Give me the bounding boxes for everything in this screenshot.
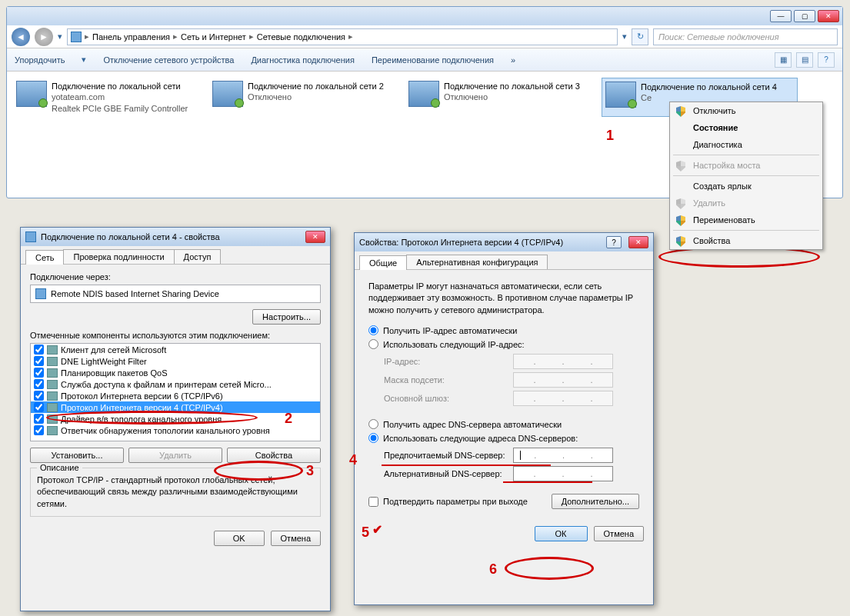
maximize-button[interactable]: ▢ xyxy=(794,10,815,22)
component-icon xyxy=(47,403,58,412)
tab-network[interactable]: Сеть xyxy=(25,250,64,265)
ip-label: IP-адрес: xyxy=(384,357,513,366)
tab-auth[interactable]: Проверка подлинности xyxy=(63,249,174,264)
breadcrumb-item[interactable]: Панель управления xyxy=(92,32,170,42)
properties-button[interactable]: Свойства xyxy=(227,448,321,463)
rename-button[interactable]: Переименование подключения xyxy=(372,55,494,65)
connection-icon xyxy=(212,81,243,107)
component-row-selected[interactable]: Протокол Интернета версии 4 (TCP/IPv4) xyxy=(31,401,320,413)
connection-item[interactable]: Подключение по локальной сети 2 Отключен… xyxy=(209,78,405,117)
connection-item[interactable]: Подключение по локальной сети 3 Отключен… xyxy=(405,78,602,117)
minimize-button[interactable]: — xyxy=(770,10,792,22)
connection-item[interactable]: Подключение по локальной сети yotateam.c… xyxy=(13,78,209,117)
addr-dropdown-icon[interactable]: ▾ xyxy=(622,32,627,42)
component-row[interactable]: Ответчик обнаружения топологии канальног… xyxy=(31,425,320,436)
cancel-button[interactable]: Отмена xyxy=(271,531,321,546)
preview-pane-icon[interactable]: ▤ xyxy=(796,52,813,68)
ctx-rename[interactable]: Переименовать xyxy=(670,211,822,228)
adapter-name: Remote NDIS based Internet Sharing Devic… xyxy=(51,289,219,298)
address-bar[interactable]: ▸ Панель управления ▸ Сеть и Интернет ▸ … xyxy=(67,28,618,45)
dns2-input[interactable]: ... xyxy=(513,466,613,481)
advanced-button[interactable]: Дополнительно... xyxy=(552,494,639,509)
radio-dns-auto-label: Получить адрес DNS-сервера автоматически xyxy=(383,420,562,429)
component-checkbox[interactable] xyxy=(34,356,44,366)
dialog-titlebar: Свойства: Протокол Интернета версии 4 (T… xyxy=(355,233,653,251)
connection-icon xyxy=(16,81,47,107)
radio-ip-manual[interactable] xyxy=(368,339,378,349)
components-list[interactable]: Клиент для сетей Microsoft DNE LightWeig… xyxy=(30,343,321,441)
dns1-input[interactable]: ... xyxy=(513,448,613,463)
disable-device-button[interactable]: Отключение сетевого устройства xyxy=(103,55,234,65)
ctx-delete: Удалить xyxy=(670,195,822,211)
component-checkbox[interactable] xyxy=(34,345,44,355)
overflow-chevron[interactable]: » xyxy=(511,55,515,65)
radio-dns-manual[interactable] xyxy=(368,433,378,443)
nav-back-button[interactable]: ◄ xyxy=(12,28,30,46)
description-group: Описание Протокол TCP/IP - стандартный п… xyxy=(30,468,321,517)
help-button[interactable]: ? xyxy=(606,236,622,248)
breadcrumb-item[interactable]: Сетевые подключения xyxy=(257,32,345,42)
component-checkbox[interactable] xyxy=(34,402,44,412)
radio-ip-auto[interactable] xyxy=(368,325,378,335)
component-checkbox[interactable] xyxy=(34,379,44,389)
radio-dns-auto[interactable] xyxy=(368,419,378,429)
close-button[interactable]: ✕ xyxy=(305,231,325,243)
confirm-checkbox[interactable] xyxy=(368,497,378,507)
annotation-underline-dns-radio xyxy=(382,464,551,466)
view-icon[interactable]: ▦ xyxy=(775,52,792,68)
nav-forward-button[interactable]: ► xyxy=(35,28,53,46)
ctx-disable[interactable]: Отключить xyxy=(670,102,822,119)
component-row[interactable]: Протокол Интернета версии 6 (TCP/IPv6) xyxy=(31,390,320,401)
confirm-label: Подтвердить параметры при выходе xyxy=(383,497,528,506)
conn-title: Подключение по локальной сети xyxy=(52,81,188,92)
close-button[interactable]: ✕ xyxy=(628,236,648,248)
ctx-status[interactable]: Состояние xyxy=(670,119,822,136)
tab-general[interactable]: Общие xyxy=(359,255,407,270)
radio-dns-manual-label: Использовать следующие адреса DNS-сервер… xyxy=(383,434,578,443)
component-row[interactable]: Драйвер в/в тополога канального уровня xyxy=(31,413,320,425)
conn-status: Отключено xyxy=(248,92,384,102)
uninstall-button: Удалить xyxy=(128,448,222,463)
component-row[interactable]: Клиент для сетей Microsoft xyxy=(31,344,320,355)
install-button[interactable]: Установить... xyxy=(30,448,124,463)
ctx-properties[interactable]: Свойства xyxy=(670,232,822,249)
component-row[interactable]: Служба доступа к файлам и принтерам сете… xyxy=(31,378,320,390)
component-row[interactable]: Планировщик пакетов QoS xyxy=(31,367,320,378)
search-input[interactable]: Поиск: Сетевые подключения xyxy=(653,28,838,45)
ctx-separator xyxy=(673,155,819,155)
component-icon xyxy=(47,391,58,401)
description-title: Описание xyxy=(37,463,82,472)
nav-dropdown-icon[interactable]: ▾ xyxy=(58,32,62,42)
context-menu: Отключить Состояние Диагностика Настройк… xyxy=(669,102,823,250)
breadcrumb-item[interactable]: Сеть и Интернет xyxy=(181,32,246,42)
close-button[interactable]: ✕ xyxy=(818,10,839,22)
tab-sharing[interactable]: Доступ xyxy=(174,249,222,264)
help-icon[interactable]: ? xyxy=(818,52,835,68)
cancel-button[interactable]: Отмена xyxy=(594,526,644,541)
component-checkbox[interactable] xyxy=(34,425,44,435)
component-checkbox[interactable] xyxy=(34,391,44,401)
component-checkbox[interactable] xyxy=(34,414,44,424)
shield-icon xyxy=(676,236,685,247)
search-placeholder: Поиск: Сетевые подключения xyxy=(658,32,779,42)
ctx-diagnose[interactable]: Диагностика xyxy=(670,136,822,153)
ctx-shortcut[interactable]: Создать ярлык xyxy=(670,178,822,195)
refresh-button[interactable]: ↻ xyxy=(632,28,648,45)
component-icon xyxy=(47,345,58,355)
ctx-bridge: Настройка моста xyxy=(670,157,822,174)
diagnose-button[interactable]: Диагностика подключения xyxy=(251,55,354,65)
organize-menu[interactable]: Упорядочить xyxy=(15,55,65,65)
dns1-label: Предпочитаемый DNS-сервер: xyxy=(384,451,513,460)
ip-input: ... xyxy=(513,354,613,369)
ok-button[interactable]: OK xyxy=(214,531,265,546)
radio-ip-manual-label: Использовать следующий IP-адрес: xyxy=(383,340,525,349)
ok-button[interactable]: ОК xyxy=(535,526,588,541)
adapter-icon xyxy=(25,231,36,242)
component-icon xyxy=(47,357,58,366)
component-checkbox[interactable] xyxy=(34,368,44,378)
configure-button[interactable]: Настроить... xyxy=(252,309,321,325)
component-row[interactable]: DNE LightWeight Filter xyxy=(31,355,320,367)
tab-altconfig[interactable]: Альтернативная конфигурация xyxy=(406,255,548,269)
adapter-properties-dialog: Подключение по локальной сети 4 - свойст… xyxy=(20,227,331,611)
component-icon xyxy=(47,368,58,378)
